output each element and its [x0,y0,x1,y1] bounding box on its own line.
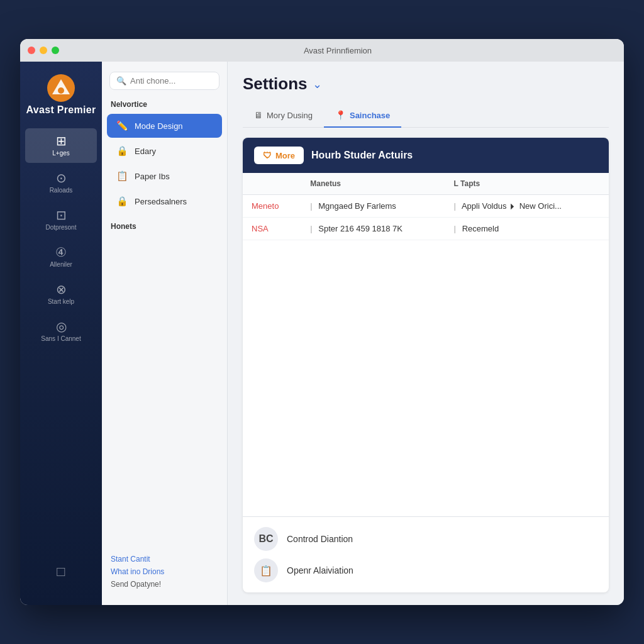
more-btn-label: More [275,151,295,160]
home-icon: ⊞ [56,135,67,147]
tab-mory-dusing-icon: 🖥 [254,110,263,120]
control-diantion-icon: BC [254,527,278,551]
minimize-button[interactable] [40,47,47,54]
menu-item-paper-ibs[interactable]: 📋 Paper Ibs [107,164,222,188]
privacy-icon: ⊡ [56,209,67,221]
card-header: 🛡 More Hourb Studer Actuirs [243,138,609,173]
nav-item-label-performance: Alleniler [50,261,72,268]
search-input[interactable] [130,76,213,86]
nav-item-label-privacy: Dotpresont [46,224,77,231]
col-header-name [243,173,301,195]
avast-more-icon: 🛡 [263,150,272,160]
cell-ltapts-value-1: Recemeld [462,224,499,233]
nav-bottom-item[interactable]: □ [25,557,97,586]
table-row: Meneto | Mgngaed By Farlems | Appli Vold… [243,195,609,218]
page-title: Settions [243,74,308,94]
more-button[interactable]: 🛡 More [254,147,304,164]
window-title: Avast Prinnfiemion [59,46,616,55]
cell-name-1: NSA [243,218,301,240]
menu-item-label-persedsalners: Persedsalners [135,197,187,206]
menu-item-label-paper-ibs: Paper Ibs [135,172,170,181]
tab-sainchase-label: Sainchase [350,111,390,120]
edary-icon: 🔒 [116,145,128,157]
titlebar: Avast Prinnfiemion [20,39,624,62]
square-icon: □ [57,564,65,580]
cell-manetus-value-0: Mgngaed By Farlems [318,201,396,211]
left-nav: Avast Premier ⊞ L+ges ⊙ Raloads ⊡ Dotpre… [20,62,102,605]
nav-item-label-protection: Raloads [50,187,73,194]
app-body: Avast Premier ⊞ L+ges ⊙ Raloads ⊡ Dotpre… [20,62,624,605]
nav-item-protection[interactable]: ⊙ Raloads [25,165,97,200]
section2-label: Honets [102,214,227,236]
cell-ltapts-0: | Appli Voldus ⏵ New Orici... [445,195,609,218]
footer-link-2[interactable]: What ino Drions [111,567,218,576]
footer-action-label-control: Controd Diantion [287,534,353,544]
main-content: Settions ⌄ 🖥 Mory Dusing 📍 Sainchase 🛡 [228,62,624,605]
nav-item-label-start: Start kelp [48,298,74,305]
nav-item-settings[interactable]: ◎ Sans I Cannet [25,314,97,348]
cell-name-0: Meneto [243,195,301,218]
tab-sainchase-icon: 📍 [335,110,346,120]
table-header-row: Manetus L Tapts [243,173,609,195]
cell-manetus-1: | Spter 216 459 1818 7K [301,218,445,240]
protection-icon: ⊙ [56,172,67,184]
svg-point-1 [58,87,64,94]
footer-action-openr[interactable]: 📋 Openr Alaiviation [254,558,597,582]
footer-action-control[interactable]: BC Controd Diantion [254,527,597,551]
nav-item-home[interactable]: ⊞ L+ges [25,128,97,163]
app-logo: Avast Premier [26,74,96,116]
menu-item-edary[interactable]: 🔒 Edary [107,139,222,163]
app-window: Avast Prinnfiemion Avast Premier ⊞ L+ges [20,39,624,605]
app-title: Avast Premier [26,104,96,116]
maximize-button[interactable] [52,47,59,54]
paper-ibs-icon: 📋 [116,170,128,182]
table-row: NSA | Spter 216 459 1818 7K | Recemeld [243,218,609,240]
nav-items: ⊞ L+ges ⊙ Raloads ⊡ Dotpresont ④ Allenil… [20,128,102,348]
menu-item-label-edary: Edary [135,147,156,156]
footer-action-label-openr: Openr Alaiviation [287,565,353,575]
mode-design-icon: ✏️ [116,120,128,131]
menu-item-label-mode-design: Mode Design [135,121,183,131]
search-icon: 🔍 [116,76,126,86]
nav-item-label-settings: Sans I Cannet [41,335,80,342]
nav-bottom: □ [20,551,102,592]
footer-text: Send Opatyne! [111,580,218,589]
cell-manetus-0: | Mgngaed By Farlems [301,195,445,218]
nav-item-performance[interactable]: ④ Alleniler [25,240,97,274]
settings-icon: ◎ [56,320,67,333]
start-icon: ⊗ [56,283,67,296]
col-header-manetus: Manetus [301,173,445,195]
tab-mory-dusing-label: Mory Dusing [267,111,313,120]
card-header-title: Hourb Studer Actuirs [311,150,413,161]
tab-sainchase[interactable]: 📍 Sainchase [324,104,401,128]
data-table: Manetus L Tapts Meneto | [243,173,609,240]
openr-alaiviation-icon: 📋 [254,558,278,582]
search-box[interactable]: 🔍 [109,72,219,90]
page-header: Settions ⌄ [243,74,609,94]
card-footer: BC Controd Diantion 📋 Openr Alaiviation [243,516,609,592]
nav-item-start[interactable]: ⊗ Start kelp [25,277,97,311]
nav-item-label-home: L+ges [52,150,70,157]
menu-item-persedsalners[interactable]: 🔒 Persedsalners [107,189,222,213]
col-header-ltapts: L Tapts [445,173,609,195]
cell-ltapts-1: | Recemeld [445,218,609,240]
content-card: 🛡 More Hourb Studer Actuirs Manetus L Ta… [243,138,609,592]
window-controls [28,47,59,54]
middle-panel: 🔍 Nelvortice ✏️ Mode Design 🔒 Edary 📋 Pa… [102,62,228,605]
avast-logo-icon [47,74,75,102]
middle-footer: Stant Cantit What ino Drions Send Opatyn… [102,546,227,595]
menu-item-mode-design[interactable]: ✏️ Mode Design [107,114,222,138]
cell-ltapts-value-0: Appli Voldus ⏵ New Orici... [462,201,562,211]
cell-manetus-value-1: Spter 216 459 1818 7K [318,224,402,233]
section1-label: Nelvortice [102,100,227,114]
tab-mory-dusing[interactable]: 🖥 Mory Dusing [243,104,324,128]
persedsalners-icon: 🔒 [116,196,128,207]
performance-icon: ④ [55,246,67,258]
cell-name-value-0: Meneto [252,201,279,211]
table-container: Manetus L Tapts Meneto | [243,173,609,516]
close-button[interactable] [28,47,35,54]
footer-link-1[interactable]: Stant Cantit [111,555,218,564]
nav-item-privacy[interactable]: ⊡ Dotpresont [25,203,97,237]
chevron-down-icon[interactable]: ⌄ [313,77,322,91]
cell-name-value-1: NSA [252,224,269,233]
